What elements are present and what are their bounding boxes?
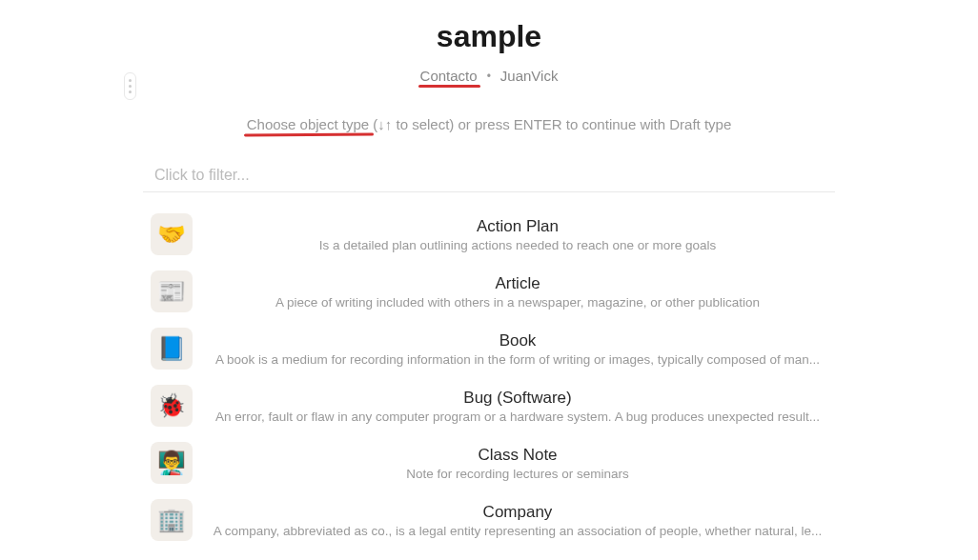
bug-icon: 🐞 — [151, 385, 193, 427]
type-item-text: Article A piece of writing included with… — [208, 274, 827, 310]
type-hint-prefix: Choose object type — [247, 116, 369, 132]
type-item-book[interactable]: 📘 Book A book is a medium for recording … — [143, 320, 835, 377]
type-hint-highlight: Choose object type — [247, 116, 369, 132]
type-item-desc: A piece of writing included with others … — [208, 295, 827, 310]
breadcrumb-user[interactable]: JuanVick — [500, 68, 559, 84]
type-item-title: Bug (Software) — [208, 389, 827, 408]
type-hint: Choose object type (↓↑ to select) or pre… — [247, 116, 732, 132]
type-picker: 🤝 Action Plan Is a detailed plan outlini… — [143, 159, 835, 549]
type-item-desc: Note for recording lectures or seminars — [208, 467, 827, 481]
type-item-title: Book — [208, 331, 827, 350]
type-item-desc: Is a detailed plan outlining actions nee… — [208, 238, 827, 252]
type-item-title: Class Note — [208, 446, 827, 465]
type-item-title: Article — [208, 274, 827, 293]
type-item-text: Book A book is a medium for recording in… — [208, 331, 827, 367]
type-item-text: Action Plan Is a detailed plan outlining… — [208, 217, 827, 252]
breadcrumb-contact-label: Contacto — [420, 68, 478, 84]
book-icon: 📘 — [151, 328, 193, 370]
newspaper-icon: 📰 — [151, 270, 193, 312]
teacher-icon: 👨‍🏫 — [151, 442, 193, 484]
breadcrumb-separator: • — [487, 70, 491, 83]
page-title: sample — [0, 19, 978, 54]
type-item-text: Class Note Note for recording lectures o… — [208, 446, 827, 481]
building-icon: 🏢 — [151, 499, 193, 541]
breadcrumb: Contacto • JuanVick — [0, 68, 978, 84]
type-item-title: Action Plan — [208, 217, 827, 236]
breadcrumb-contact[interactable]: Contacto — [420, 68, 478, 84]
type-item-bug[interactable]: 🐞 Bug (Software) An error, fault or flaw… — [143, 377, 835, 434]
type-item-title: Company — [208, 503, 827, 522]
type-item-class-note[interactable]: 👨‍🏫 Class Note Note for recording lectur… — [143, 434, 835, 491]
type-item-desc: A book is a medium for recording informa… — [208, 352, 827, 367]
type-hint-rest: (↓↑ to select) or press ENTER to continu… — [369, 116, 731, 132]
type-item-action-plan[interactable]: 🤝 Action Plan Is a detailed plan outlini… — [143, 206, 835, 263]
filter-input[interactable] — [143, 159, 835, 192]
type-item-desc: An error, fault or flaw in any computer … — [208, 410, 827, 424]
type-item-text: Bug (Software) An error, fault or flaw i… — [208, 389, 827, 424]
annotation-underline-icon — [244, 133, 374, 138]
type-list: 🤝 Action Plan Is a detailed plan outlini… — [143, 206, 835, 549]
handshake-icon: 🤝 — [151, 213, 193, 255]
annotation-underline-icon — [418, 85, 480, 88]
type-item-article[interactable]: 📰 Article A piece of writing included wi… — [143, 263, 835, 320]
type-item-desc: A company, abbreviated as co., is a lega… — [208, 524, 827, 538]
type-item-company[interactable]: 🏢 Company A company, abbreviated as co.,… — [143, 491, 835, 549]
type-item-text: Company A company, abbreviated as co., i… — [208, 503, 827, 538]
